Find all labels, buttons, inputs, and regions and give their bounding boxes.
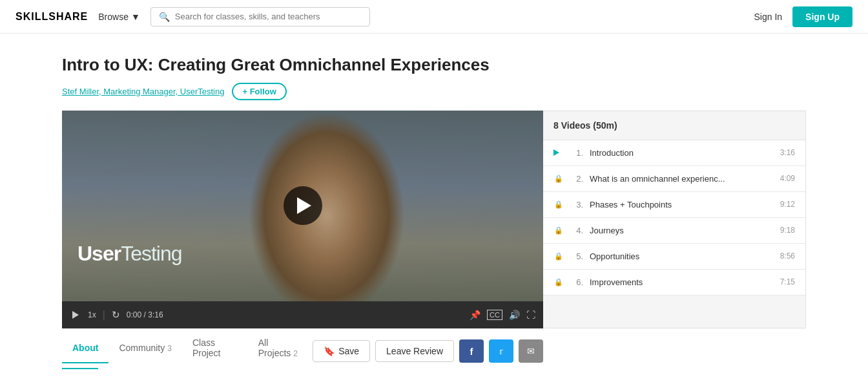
tabs-and-actions: AboutCommunity3Class ProjectAll Projects… — [62, 328, 543, 369]
video-title: Improvements — [590, 277, 774, 287]
lock-icon: 🔒 — [553, 252, 564, 261]
lock-icon: 🔒 — [553, 200, 564, 209]
volume-icon[interactable]: 🔊 — [509, 310, 520, 320]
video-duration: 3:16 — [780, 148, 795, 157]
video-title: Introduction — [590, 148, 774, 158]
facebook-icon: f — [470, 346, 473, 357]
main-content: Intro to UX: Creating Great Omnichannel … — [46, 34, 822, 369]
video-list-item[interactable]: 🔒3.Phases + Touchpoints9:12 — [543, 192, 805, 218]
video-title: Opportunities — [590, 252, 774, 261]
caption-icon[interactable]: CC — [487, 310, 502, 320]
sign-up-button[interactable]: Sign Up — [792, 6, 852, 27]
instructor-name[interactable]: Stef Miller, Marketing Manager, UserTest… — [62, 87, 224, 96]
video-number: 1. — [570, 148, 583, 158]
course-title: Intro to UX: Creating Great Omnichannel … — [62, 54, 806, 76]
pin-icon[interactable]: 📌 — [470, 310, 480, 320]
search-icon: 🔍 — [159, 12, 170, 22]
video-list: 1.Introduction3:16🔒2.What is an omnichan… — [543, 140, 805, 295]
mail-icon: ✉ — [527, 346, 535, 356]
rewind-icon[interactable]: ↻ — [112, 309, 120, 321]
active-tab-underline — [62, 368, 98, 369]
play-icon — [553, 149, 564, 156]
search-input[interactable] — [175, 12, 362, 21]
video-list-item[interactable]: 🔒4.Journeys9:18 — [543, 218, 805, 244]
video-wrapper: UserTesting 1x | ↻ 0:00 / 3:16 📌 CC 🔊 ⛶ — [62, 111, 543, 328]
time-current: 0:00 — [127, 310, 141, 319]
video-number: 5. — [570, 252, 583, 261]
divider: | — [103, 309, 105, 321]
lock-icon: 🔒 — [553, 175, 564, 183]
bottom-row: AboutCommunity3Class ProjectAll Projects… — [62, 328, 806, 369]
video-text-overlay: UserTesting — [78, 242, 182, 266]
sidebar: 8 Videos (50m) 1.Introduction3:16🔒2.What… — [543, 111, 806, 328]
video-number: 2. — [570, 174, 583, 184]
bookmark-icon: 🔖 — [324, 346, 335, 356]
video-duration: 7:15 — [780, 277, 795, 286]
tab-label: Class Project — [192, 338, 221, 358]
leave-review-button[interactable]: Leave Review — [375, 340, 454, 362]
bottom-actions: 🔖 Save Leave Review f 𝕣 ✉ — [313, 333, 543, 363]
instructor-row: Stef Miller, Marketing Manager, UserTest… — [62, 83, 806, 100]
video-list-item[interactable]: 🔒2.What is an omnichannel experienc...4:… — [543, 166, 805, 192]
tab-item-class-project[interactable]: Class Project — [182, 328, 248, 369]
browse-label: Browse — [98, 12, 129, 22]
tabs-bar: AboutCommunity3Class ProjectAll Projects… — [62, 328, 313, 368]
play-overlay-button[interactable] — [284, 186, 322, 225]
tabs-actions-row: AboutCommunity3Class ProjectAll Projects… — [62, 328, 543, 368]
twitter-icon: 𝕣 — [499, 347, 503, 356]
follow-button[interactable]: + Follow — [232, 83, 286, 100]
sidebar-header: 8 Videos (50m) — [543, 111, 805, 140]
logo: SKILLSHARE — [16, 11, 88, 23]
header: SKILLSHARE Browse ▼ 🔍 Sign In Sign Up — [0, 0, 868, 34]
video-number: 4. — [570, 226, 583, 235]
save-button[interactable]: 🔖 Save — [313, 340, 370, 362]
sign-in-button[interactable]: Sign In — [754, 12, 783, 22]
header-right: Sign In Sign Up — [754, 6, 852, 27]
save-label: Save — [338, 346, 359, 356]
lock-icon: 🔒 — [553, 278, 564, 286]
video-number: 6. — [570, 277, 583, 287]
tab-item-community[interactable]: Community3 — [108, 334, 181, 363]
video-list-item[interactable]: 🔒6.Improvements7:15 — [543, 270, 805, 295]
video-duration: 9:12 — [780, 200, 795, 209]
video-title: What is an omnichannel experienc... — [590, 174, 774, 184]
video-list-item[interactable]: 🔒5.Opportunities8:56 — [543, 244, 805, 270]
overlay-text2: Testing — [121, 242, 181, 265]
video-controls: 1x | ↻ 0:00 / 3:16 📌 CC 🔊 ⛶ — [62, 301, 543, 328]
tab-badge: 2 — [293, 349, 298, 358]
time-display: 0:00 / 3:16 — [127, 310, 163, 319]
tab-item-about[interactable]: About — [62, 334, 108, 363]
overlay-text1: User — [78, 242, 121, 265]
tab-label: About — [72, 343, 98, 353]
chevron-down-icon: ▼ — [131, 12, 140, 22]
video-number: 3. — [570, 200, 583, 209]
video-thumbnail[interactable]: UserTesting — [62, 111, 543, 301]
search-bar: 🔍 — [150, 7, 370, 27]
fullscreen-icon[interactable]: ⛶ — [526, 310, 535, 320]
tab-badge: 3 — [167, 344, 172, 353]
player-area: UserTesting 1x | ↻ 0:00 / 3:16 📌 CC 🔊 ⛶ — [62, 111, 806, 328]
video-title: Phases + Touchpoints — [590, 200, 774, 209]
twitter-share-button[interactable]: 𝕣 — [489, 339, 513, 363]
lock-icon: 🔒 — [553, 226, 564, 235]
tab-item-all-projects[interactable]: All Projects2 — [248, 328, 313, 369]
browse-button[interactable]: Browse ▼ — [98, 12, 140, 22]
email-share-button[interactable]: ✉ — [519, 339, 543, 363]
video-title: Journeys — [590, 226, 774, 235]
speed-indicator[interactable]: 1x — [88, 310, 96, 319]
video-duration: 8:56 — [780, 252, 795, 261]
video-duration: 4:09 — [780, 174, 795, 183]
tab-label: All Projects — [258, 338, 291, 358]
facebook-share-button[interactable]: f — [459, 339, 484, 363]
time-total: 3:16 — [148, 310, 163, 319]
video-list-item[interactable]: 1.Introduction3:16 — [543, 140, 805, 166]
tab-label: Community — [119, 343, 165, 353]
video-duration: 9:18 — [780, 226, 795, 235]
play-button[interactable] — [70, 311, 81, 319]
